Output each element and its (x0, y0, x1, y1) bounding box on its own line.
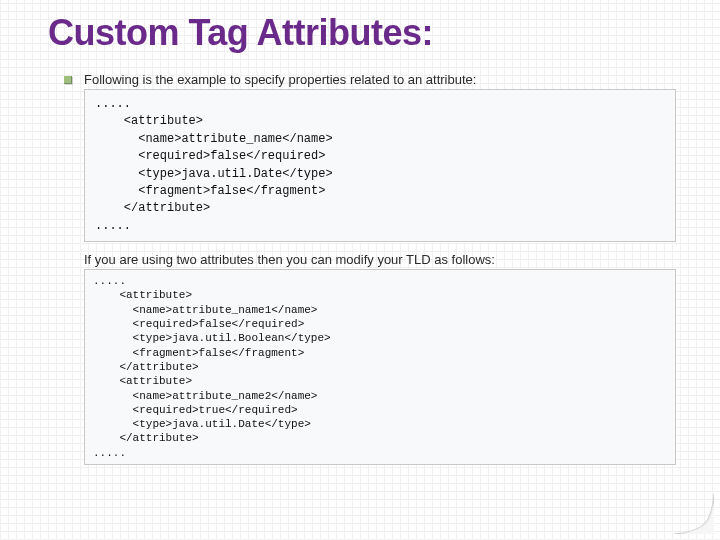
intro-text-2: If you are using two attributes then you… (84, 252, 678, 267)
intro-text-1: Following is the example to specify prop… (84, 72, 678, 87)
page-curl-icon (674, 494, 714, 534)
code-block-2: ..... <attribute> <name>attribute_name1<… (84, 269, 676, 465)
slide-content: Custom Tag Attributes: Following is the … (0, 0, 720, 465)
intro-text-1-content: Following is the example to specify prop… (84, 72, 476, 87)
bullet-icon (64, 76, 72, 84)
code-block-1: ..... <attribute> <name>attribute_name</… (84, 89, 676, 242)
slide-title: Custom Tag Attributes: (48, 12, 678, 54)
